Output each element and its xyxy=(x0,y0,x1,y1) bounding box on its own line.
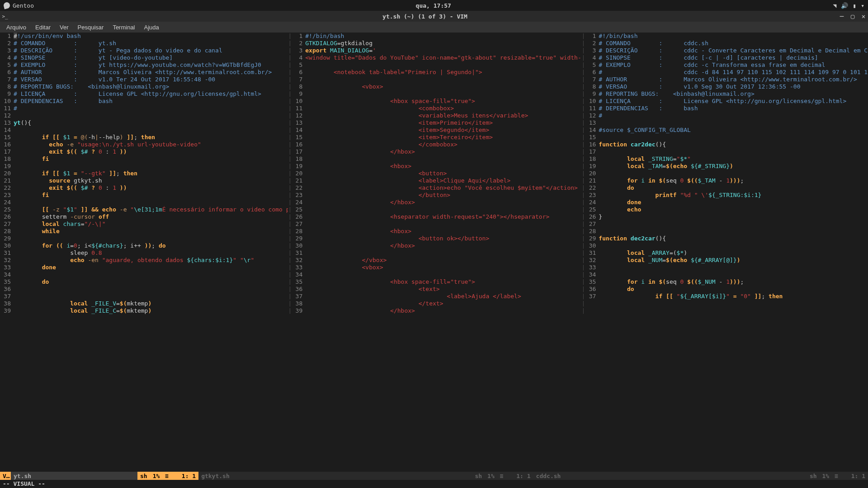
code-area[interactable]: #!/bin/bash# COMANDO : cddc.sh# DESCRIÇÃ… xyxy=(599,33,868,472)
vim-statusbar: V… yt.sh sh 1% ≡ 1: 1 gtkyt.sh sh 1% ≡ 1… xyxy=(0,472,868,480)
line-numbers: 1234567891011121314151617181920212223242… xyxy=(0,33,14,472)
line-numbers: 1234567891011121314151617181920212223242… xyxy=(585,33,599,472)
vim-modeline: -- VISUAL -- xyxy=(0,480,868,488)
menu-icon: ≡ xyxy=(832,472,841,480)
file-name-3: cddc.sh xyxy=(533,472,807,480)
line-numbers: 1234567891011121314151617181920212223242… xyxy=(292,33,305,472)
chevron-down-icon[interactable]: ▾ xyxy=(861,2,864,9)
minimize-button[interactable]: ─ xyxy=(839,14,844,19)
gnome-topbar: Gentoo qua, 17:57 ◥ 🔊 ▮ ▾ xyxy=(0,0,868,11)
vim-editor[interactable]: 1234567891011121314151617181920212223242… xyxy=(0,33,868,472)
filetype-2: sh xyxy=(472,472,485,480)
gentoo-logo-icon xyxy=(3,1,10,9)
menu-editar[interactable]: Editar xyxy=(31,23,55,32)
menu-terminal[interactable]: Terminal xyxy=(108,23,139,32)
window-titlebar: >_ yt.sh (~) (1 of 3) - VIM ─ ▢ ✕ xyxy=(0,11,868,22)
menu-pesquisar[interactable]: Pesquisar xyxy=(73,23,108,32)
terminal-icon: >_ xyxy=(2,13,8,19)
menu-ajuda[interactable]: Ajuda xyxy=(140,23,164,32)
close-button[interactable]: ✕ xyxy=(861,14,866,19)
menu-icon: ≡ xyxy=(162,472,171,480)
terminal-menubar: Arquivo Editar Ver Pesquisar Terminal Aj… xyxy=(0,22,868,33)
filetype-1: sh xyxy=(137,472,150,480)
window-title: yt.sh (~) (1 of 3) - VIM xyxy=(11,13,839,20)
pct-1: 1% xyxy=(150,472,163,480)
pct-3: 1% xyxy=(820,472,832,480)
volume-icon[interactable]: 🔊 xyxy=(841,2,848,9)
menu-ver[interactable]: Ver xyxy=(55,23,73,32)
pos-3: 1: 1 xyxy=(841,472,868,480)
menu-arquivo[interactable]: Arquivo xyxy=(2,23,31,32)
filetype-3: sh xyxy=(807,472,820,480)
battery-icon[interactable]: ▮ xyxy=(853,2,856,9)
clock[interactable]: qua, 17:57 xyxy=(34,2,833,9)
pos-2: 1: 1 xyxy=(506,472,533,480)
vertical-separator: ||||||||||||||||||||||||||||||||||||||| xyxy=(582,33,585,472)
code-area[interactable]: #!/bin/bashGTKDIALOG=gtkdialogexport MAI… xyxy=(305,33,581,472)
menu-icon: ≡ xyxy=(497,472,506,480)
distro-name[interactable]: Gentoo xyxy=(13,2,34,9)
pane-2[interactable]: 1234567891011121314151617181920212223242… xyxy=(292,33,581,472)
mode-indicator: V… xyxy=(0,472,11,480)
network-icon[interactable]: ◥ xyxy=(833,2,837,9)
pos-1: 1: 1 xyxy=(171,472,198,480)
vertical-separator: ||||||||||||||||||||||||||||||||||||||| xyxy=(288,33,292,472)
maximize-button[interactable]: ▢ xyxy=(850,14,855,19)
file-name-2: gtkyt.sh xyxy=(198,472,472,480)
pane-3[interactable]: 1234567891011121314151617181920212223242… xyxy=(585,33,868,472)
pct-2: 1% xyxy=(485,472,497,480)
code-area[interactable]: #!/usr/bin/env bash# COMANDO : yt.sh# DE… xyxy=(14,33,288,472)
pane-1[interactable]: 1234567891011121314151617181920212223242… xyxy=(0,33,288,472)
file-name-1: yt.sh xyxy=(11,472,137,480)
